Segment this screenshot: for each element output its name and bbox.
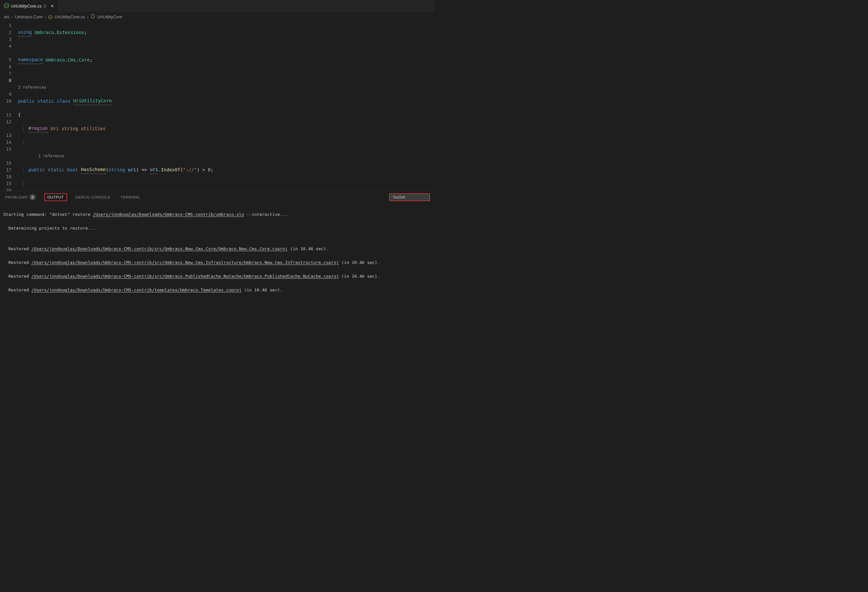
panel-tab-bar: PROBLEMS 3 OUTPUT DEBUG CONSOLE TERMINAL… <box>0 191 434 203</box>
editor-tab-bar: C# UriUtilityCore.cs 3 ✕ <box>0 0 434 12</box>
csharp-icon: C# <box>4 3 9 9</box>
codelens[interactable]: 3 references <box>18 84 434 91</box>
csharp-icon: C# <box>48 14 53 19</box>
chevron-right-icon: › <box>87 15 89 19</box>
chevron-right-icon: › <box>44 15 46 19</box>
output-channel-dropdown[interactable]: NuGet <box>389 193 430 201</box>
svg-text:C#: C# <box>49 16 52 18</box>
class-icon <box>90 14 95 20</box>
code-content[interactable]: using Umbraco.Extensions; namespace Umbr… <box>18 22 434 191</box>
code-editor[interactable]: 1 2 3 4 5 6 7 8 9 10 11 12 13 14 15 16 1… <box>0 22 434 191</box>
breadcrumb-segment[interactable]: src <box>4 15 9 19</box>
tab-terminal[interactable]: TERMINAL <box>119 194 142 200</box>
tab-problem-count: 3 <box>44 4 46 9</box>
breadcrumb-segment[interactable]: Umbraco.Core <box>15 15 43 19</box>
breadcrumb[interactable]: src › Umbraco.Core › C# UriUtilityCore.c… <box>0 12 434 22</box>
tab-problems[interactable]: PROBLEMS 3 <box>4 193 37 202</box>
output-content[interactable]: Starting command: "dotnet" restore /User… <box>0 203 434 296</box>
chevron-right-icon: › <box>12 15 13 19</box>
editor-tab[interactable]: C# UriUtilityCore.cs 3 ✕ <box>0 0 58 12</box>
tab-debug-console[interactable]: DEBUG CONSOLE <box>74 194 112 200</box>
line-number-gutter: 1 2 3 4 5 6 7 8 9 10 11 12 13 14 15 16 1… <box>0 22 18 191</box>
breadcrumb-segment[interactable]: UriUtilityCore.cs <box>55 15 85 19</box>
svg-text:C#: C# <box>4 4 9 7</box>
codelens[interactable]: 1 reference <box>18 153 434 160</box>
bottom-panel: PROBLEMS 3 OUTPUT DEBUG CONSOLE TERMINAL… <box>0 191 434 296</box>
tab-output[interactable]: OUTPUT <box>44 193 67 201</box>
problems-badge: 3 <box>30 194 36 200</box>
breadcrumb-symbol[interactable]: UriUtilityCore <box>97 15 123 19</box>
tab-filename: UriUtilityCore.cs <box>11 4 41 9</box>
close-icon[interactable]: ✕ <box>50 4 54 9</box>
